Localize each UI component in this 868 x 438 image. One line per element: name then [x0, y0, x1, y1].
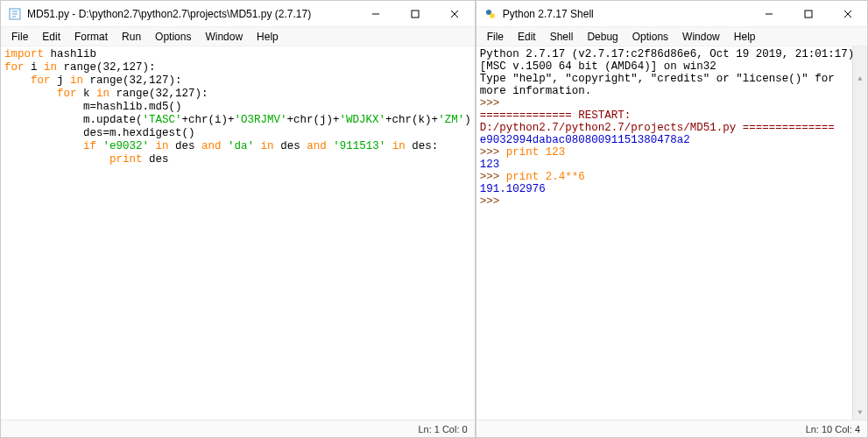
shell-menubar: File Edit Shell Debug Options Window Hel…	[476, 27, 867, 46]
shell-command: print 2.4**6	[506, 171, 585, 183]
editor-statusbar: Ln: 1 Col: 0	[1, 420, 475, 437]
menu-window[interactable]: Window	[198, 29, 250, 45]
shell-prompt: >>>	[480, 195, 506, 208]
minimize-button[interactable]	[356, 1, 396, 27]
maximize-button[interactable]	[788, 1, 828, 27]
menu-run[interactable]: Run	[115, 29, 148, 45]
menu-options[interactable]: Options	[148, 29, 198, 45]
editor-window: MD51.py - D:\python2.7\python2.7\project…	[0, 0, 476, 438]
shell-cursor-position: Ln: 10 Col: 4	[806, 424, 860, 434]
svg-rect-8	[805, 11, 812, 18]
shell-stdout: 191.102976	[480, 183, 546, 195]
shell-statusbar: Ln: 10 Col: 4	[476, 420, 867, 437]
shell-restart: ============== RESTART: D:/python2.7/pyt…	[480, 110, 835, 134]
menu-shell[interactable]: Shell	[543, 29, 581, 45]
menu-window[interactable]: Window	[675, 29, 727, 45]
svg-point-6	[490, 13, 495, 18]
shell-stdout: e9032994dabac08080091151380478a2	[480, 134, 690, 146]
menu-edit[interactable]: Edit	[511, 29, 543, 45]
close-button[interactable]	[828, 1, 867, 27]
svg-rect-2	[412, 11, 419, 18]
shell-output[interactable]: Python 2.7.17 (v2.7.17:c2f86d86e6, Oct 1…	[476, 46, 867, 420]
code-editor[interactable]: import hashlib for i in range(32,127): f…	[1, 46, 475, 420]
shell-window: Python 2.7.17 Shell File Edit Shell Debu…	[476, 0, 868, 438]
editor-menubar: File Edit Format Run Options Window Help	[1, 27, 475, 46]
shell-window-controls	[749, 1, 867, 27]
menu-edit[interactable]: Edit	[35, 29, 67, 45]
editor-title: MD51.py - D:\python2.7\python2.7\project…	[27, 8, 356, 20]
editor-window-controls	[356, 1, 475, 27]
minimize-button[interactable]	[749, 1, 788, 27]
menu-debug[interactable]: Debug	[580, 29, 625, 45]
menu-help[interactable]: Help	[250, 29, 286, 45]
editor-cursor-position: Ln: 1 Col: 0	[418, 424, 467, 434]
shell-prompt: >>>	[480, 97, 506, 110]
shell-prompt: >>>	[480, 146, 506, 159]
scroll-down-icon[interactable]: ▼	[853, 405, 867, 420]
menu-file[interactable]: File	[4, 29, 35, 45]
editor-titlebar[interactable]: MD51.py - D:\python2.7\python2.7\project…	[1, 1, 475, 27]
scroll-up-icon[interactable]: ▲	[853, 71, 867, 86]
shell-banner: Type "help", "copyright", "credits" or "…	[480, 73, 842, 97]
menu-file[interactable]: File	[480, 29, 511, 45]
shell-scrollbar[interactable]: ▲ ▼	[852, 46, 867, 420]
menu-help[interactable]: Help	[727, 29, 763, 45]
close-button[interactable]	[435, 1, 475, 27]
shell-title: Python 2.7.17 Shell	[503, 8, 749, 20]
python-shell-icon	[483, 7, 498, 21]
shell-command: print 123	[506, 146, 566, 159]
shell-prompt: >>>	[480, 171, 506, 183]
maximize-button[interactable]	[396, 1, 435, 27]
menu-options[interactable]: Options	[625, 29, 675, 45]
shell-banner: Python 2.7.17 (v2.7.17:c2f86d86e6, Oct 1…	[480, 48, 861, 73]
menu-format[interactable]: Format	[67, 29, 115, 45]
python-file-icon	[8, 7, 22, 21]
shell-stdout: 123	[480, 159, 500, 171]
shell-titlebar[interactable]: Python 2.7.17 Shell	[476, 1, 867, 27]
